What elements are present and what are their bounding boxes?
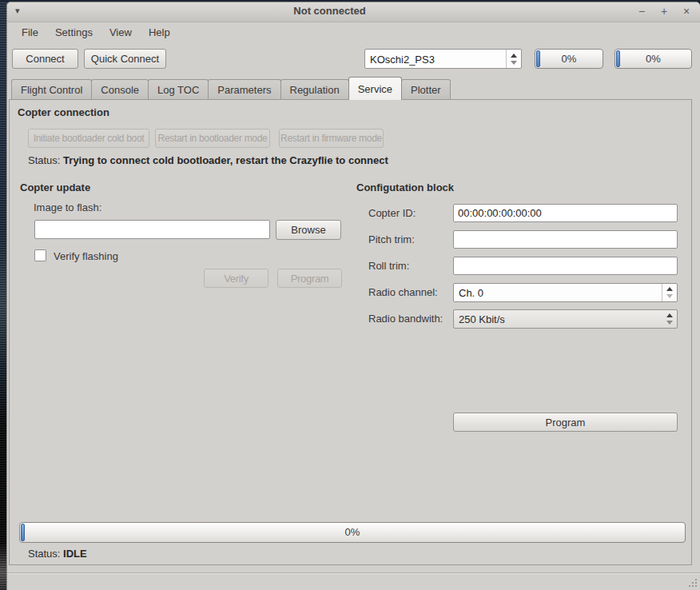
- tab-flight-control[interactable]: Flight Control: [11, 79, 92, 99]
- titlebar[interactable]: ▾ Not connected − + ×: [7, 2, 700, 22]
- combo-down-icon: [666, 321, 673, 325]
- connection-status-value: Trying to connect cold bootloader, resta…: [63, 154, 388, 166]
- tab-parameters[interactable]: Parameters: [208, 79, 280, 99]
- device-select[interactable]: KOschi2_PS3: [364, 49, 522, 69]
- copter-update-heading: Copter update: [20, 181, 90, 193]
- battery-value: 0%: [615, 53, 691, 65]
- statusbar-divider: [7, 572, 700, 573]
- verify-button[interactable]: Verify: [204, 269, 268, 288]
- pitch-trim-label: Pitch trim:: [368, 233, 415, 245]
- combo-up-icon: [666, 313, 673, 317]
- radio-channel-label: Radio channel:: [368, 286, 438, 298]
- menu-view[interactable]: View: [102, 24, 139, 41]
- verify-flashing-checkbox[interactable]: [34, 249, 46, 261]
- connect-button[interactable]: Connect: [12, 49, 78, 69]
- initiate-cold-boot-button[interactable]: Initiate bootloader cold boot: [28, 129, 149, 148]
- flash-status-label: Status:: [28, 548, 60, 560]
- menu-help[interactable]: Help: [141, 24, 177, 41]
- flash-status-line: Status: IDLE: [28, 548, 87, 560]
- radio-bandwidth-value: 250 Kbit/s: [459, 313, 505, 325]
- resize-grip-icon[interactable]: [695, 585, 697, 587]
- spin-down-icon[interactable]: [666, 294, 673, 298]
- restart-firmware-button[interactable]: Restart in firmware mode: [279, 129, 384, 148]
- copter-connection-heading: Copter connection: [18, 106, 109, 118]
- copter-id-label: Copter ID:: [368, 207, 416, 219]
- flash-status-value: IDLE: [63, 548, 87, 560]
- verify-flashing-label[interactable]: Verify flashing: [54, 250, 118, 262]
- roll-trim-label: Roll trim:: [368, 260, 409, 272]
- spin-up-icon[interactable]: [666, 287, 673, 291]
- link-quality-value: 0%: [535, 53, 603, 65]
- image-to-flash-label: Image to flash:: [34, 201, 101, 213]
- tab-regulation[interactable]: Regulation: [280, 79, 349, 99]
- flash-progressbar: 0%: [19, 522, 686, 543]
- roll-trim-input[interactable]: [453, 257, 678, 275]
- service-tab-panel: Copter connection Initiate bootloader co…: [9, 99, 692, 565]
- radio-bandwidth-arrows[interactable]: [662, 310, 677, 328]
- radio-bandwidth-label: Radio bandwith:: [368, 313, 443, 325]
- configuration-block-heading: Configutation block: [356, 181, 454, 193]
- window-title: Not connected: [7, 5, 652, 17]
- spin-down-icon[interactable]: [511, 61, 517, 65]
- connection-status-line: Status: Trying to connect cold bootloade…: [28, 154, 388, 166]
- menubar: File Settings View Help: [7, 22, 700, 42]
- spin-up-icon[interactable]: [511, 54, 517, 58]
- tab-log-toc[interactable]: Log TOC: [148, 79, 209, 99]
- pitch-trim-input[interactable]: [453, 230, 678, 249]
- flash-progress-value: 0%: [20, 526, 685, 538]
- image-to-flash-input[interactable]: [34, 220, 270, 239]
- browse-button[interactable]: Browse: [276, 220, 341, 240]
- close-icon[interactable]: ×: [679, 4, 694, 18]
- tab-console[interactable]: Console: [91, 79, 149, 99]
- restart-bootloader-button[interactable]: Restart in bootloader mode: [155, 129, 270, 148]
- window-controls: − + ×: [634, 4, 694, 18]
- tab-plotter[interactable]: Plotter: [401, 79, 451, 99]
- copter-id-input[interactable]: [453, 204, 678, 222]
- statusbar: [7, 574, 700, 590]
- program-flash-button[interactable]: Program: [277, 269, 342, 288]
- radio-channel-value: Ch. 0: [459, 287, 483, 299]
- radio-channel-spinner[interactable]: [662, 284, 677, 301]
- menu-settings[interactable]: Settings: [48, 24, 100, 41]
- device-select-spinner[interactable]: [506, 50, 521, 68]
- battery-progressbar: 0%: [614, 49, 692, 69]
- minimize-icon[interactable]: −: [634, 4, 649, 18]
- link-quality-progressbar: 0%: [535, 49, 603, 69]
- radio-bandwidth-combobox[interactable]: 250 Kbit/s: [453, 309, 678, 329]
- radio-channel-spinbox[interactable]: Ch. 0: [453, 283, 678, 302]
- connection-status-label: Status:: [28, 154, 60, 166]
- tabbar: Flight Control Console Log TOC Parameter…: [11, 77, 450, 99]
- menu-file[interactable]: File: [14, 24, 46, 41]
- quick-connect-button[interactable]: Quick Connect: [84, 49, 166, 69]
- program-config-button[interactable]: Program: [453, 413, 678, 432]
- app-window: ▾ Not connected − + × File Settings View…: [6, 2, 700, 590]
- device-select-value: KOschi2_PS3: [370, 53, 435, 65]
- maximize-icon[interactable]: +: [657, 4, 671, 18]
- tab-service[interactable]: Service: [348, 77, 402, 100]
